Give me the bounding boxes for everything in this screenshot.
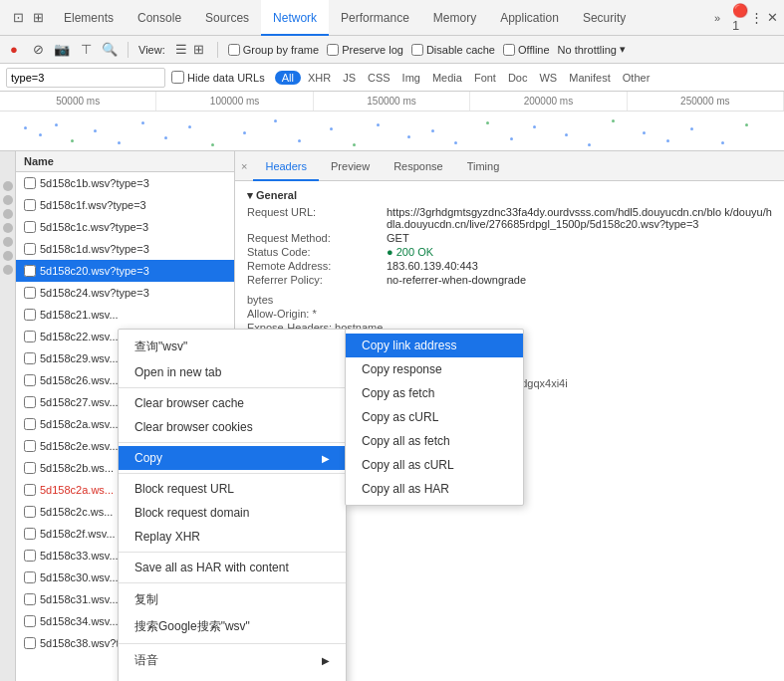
camera-button[interactable]: 📷 [54,42,70,58]
throttling-select[interactable]: No throttling ▾ [558,43,626,56]
offline-checkbox[interactable]: Offline [503,44,550,56]
tick-5: 250000 ms [628,92,784,111]
general-section: ▾ General Request URL: https://3grhdgmts… [247,189,772,286]
filter-font[interactable]: Font [469,71,501,85]
avatar-3 [3,209,13,219]
close-devtools-icon[interactable]: ✕ [764,10,780,26]
sub-copy-all-har[interactable]: Copy all as HAR [346,477,523,501]
disable-cache-checkbox[interactable]: Disable cache [411,44,495,56]
file-item[interactable]: 5d158c1b.wsv?type=3 [16,172,234,194]
avatar-7 [3,265,13,275]
allow-origin-value: Allow-Origin: * [247,308,772,320]
ctx-service[interactable]: 服务 ▶ [119,674,346,681]
avatar-6 [3,251,13,261]
ctx-clear-cookies[interactable]: Clear browser cookies [119,415,346,439]
tab-sources[interactable]: Sources [193,0,261,36]
devtools-icon-1[interactable]: ⊡ [10,10,26,26]
filter-media[interactable]: Media [427,71,467,85]
timeline: 50000 ms 100000 ms 150000 ms 200000 ms 2… [0,92,784,151]
filter-xhr[interactable]: XHR [303,71,336,85]
sub-copy-all-curl[interactable]: Copy all as cURL [346,453,523,477]
network-toolbar: ● ⊘ 📷 ⊤ 🔍 View: ☰ ⊞ Group by frame Prese… [0,36,784,64]
sub-copy-as-curl[interactable]: Copy as cURL [346,405,523,429]
file-item[interactable]: 5d158c1c.wsv?type=3 [16,216,234,238]
status-badge: ● 200 OK [387,246,433,258]
ctx-sep-3 [119,473,346,474]
ctx-search-wsv[interactable]: 查询"wsv" [119,334,346,360]
request-method-row: Request Method: GET [247,232,772,244]
timeline-ruler: 50000 ms 100000 ms 150000 ms 200000 ms 2… [0,92,784,112]
group-by-frame-checkbox[interactable]: Group by frame [228,44,319,56]
record-button[interactable]: ● [6,42,22,58]
tab-timing[interactable]: Timing [455,151,512,181]
close-detail-button[interactable]: × [235,151,253,181]
request-url-row: Request URL: https://3grhdgmtsgyzdnc33fa… [247,206,772,230]
remote-address-label: Remote Address: [247,260,387,272]
tab-performance[interactable]: Performance [329,0,421,36]
filter-input[interactable] [6,68,165,88]
ctx-block-domain[interactable]: Block request domain [119,501,346,525]
filter-manifest[interactable]: Manifest [564,71,616,85]
filter-img[interactable]: Img [397,71,425,85]
sub-copy-all-fetch[interactable]: Copy all as fetch [346,429,523,453]
tab-memory[interactable]: Memory [421,0,488,36]
remote-address-value: 183.60.139.40:443 [387,260,478,272]
error-badge: 🔴 1 [732,10,748,26]
filter-types: All XHR JS CSS Img Media Font Doc WS Man… [275,71,655,85]
hide-data-urls-checkbox[interactable]: Hide data URLs [171,71,265,84]
more-tabs-button[interactable]: » [706,12,728,24]
filter-doc[interactable]: Doc [503,71,533,85]
tick-4: 200000 ms [470,92,627,111]
tab-headers[interactable]: Headers [253,151,319,181]
file-item[interactable]: 5d158c24.wsv?type=3 [16,282,234,304]
list-view-button[interactable]: ☰ [173,42,189,58]
filter-button[interactable]: ⊤ [78,42,94,58]
tab-security[interactable]: Security [571,0,638,36]
file-item-selected[interactable]: 5d158c20.wsv?type=3 [16,260,234,282]
tab-response[interactable]: Response [382,151,455,181]
tab-application[interactable]: Application [488,0,571,36]
grid-view-button[interactable]: ⊞ [191,42,207,58]
tick-2: 100000 ms [156,92,313,111]
stop-button[interactable]: ⊘ [30,42,46,58]
tab-preview[interactable]: Preview [319,151,382,181]
remote-address-row: Remote Address: 183.60.139.40:443 [247,260,772,272]
sub-copy-response[interactable]: Copy response [346,357,523,381]
ctx-copy-zh[interactable]: 复制 [119,586,346,613]
filter-all[interactable]: All [275,71,301,85]
referrer-policy-row: Referrer Policy: no-referrer-when-downgr… [247,274,772,286]
devtools-icon-2[interactable]: ⊞ [30,10,46,26]
sub-copy-as-fetch[interactable]: Copy as fetch [346,381,523,405]
filter-css[interactable]: CSS [363,71,395,85]
tab-network[interactable]: Network [261,0,329,36]
filter-ws[interactable]: WS [534,71,562,85]
referrer-policy-label: Referrer Policy: [247,274,387,286]
preserve-log-checkbox[interactable]: Preserve log [327,44,403,56]
ctx-sep-4 [119,552,346,553]
filter-other[interactable]: Other [618,71,655,85]
file-item[interactable]: 5d158c21.wsv... [16,304,234,326]
status-code-label: Status Code: [247,246,387,258]
speech-submenu-arrow: ▶ [322,655,330,666]
view-toggle: ☰ ⊞ [173,42,207,58]
file-item[interactable]: 5d158c1d.wsv?type=3 [16,238,234,260]
tick-1: 50000 ms [0,92,156,111]
ctx-clear-cache[interactable]: Clear browser cache [119,391,346,415]
ctx-block-url[interactable]: Block request URL [119,477,346,501]
settings-icon[interactable]: ⋮ [748,10,764,26]
sub-copy-link-address[interactable]: Copy link address [346,334,523,357]
request-url-label: Request URL: [247,206,387,230]
search-button[interactable]: 🔍 [102,42,118,58]
file-item[interactable]: 5d158c1f.wsv?type=3 [16,194,234,216]
tab-console[interactable]: Console [126,0,193,36]
tab-elements[interactable]: Elements [52,0,126,36]
ctx-open-new-tab[interactable]: Open in new tab [119,360,346,384]
general-title: ▾ General [247,189,772,202]
copy-submenu: Copy link address Copy response Copy as … [345,329,524,506]
ctx-save-har[interactable]: Save all as HAR with content [119,556,346,579]
ctx-speech[interactable]: 语音 ▶ [119,647,346,674]
ctx-replay-xhr[interactable]: Replay XHR [119,525,346,549]
ctx-copy[interactable]: Copy ▶ [119,446,346,470]
ctx-google-search[interactable]: 搜索Google搜索"wsv" [119,613,346,640]
filter-js[interactable]: JS [338,71,361,85]
